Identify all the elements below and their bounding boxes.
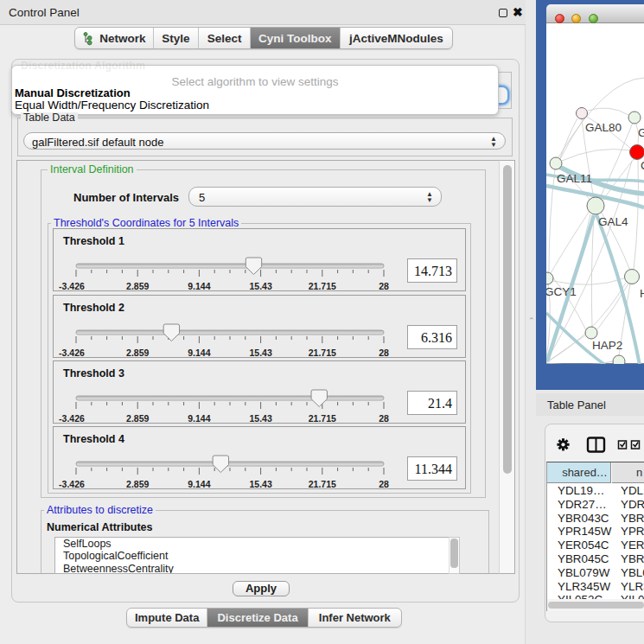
svg-text:GCY1: GCY1 (546, 285, 577, 298)
svg-text:28: 28 (379, 281, 389, 290)
svg-text:9.144: 9.144 (188, 281, 210, 290)
svg-text:-3.426: -3.426 (59, 413, 85, 423)
svg-text:-3.426: -3.426 (59, 479, 85, 488)
svg-text:-3.426: -3.426 (59, 348, 85, 357)
svg-text:GA: GA (638, 126, 644, 139)
svg-text:21.715: 21.715 (309, 479, 336, 488)
svg-text:GAL11: GAL11 (557, 172, 592, 185)
svg-text:2.859: 2.859 (126, 348, 149, 357)
svg-text:21.715: 21.715 (309, 281, 336, 290)
svg-text:21.715: 21.715 (309, 348, 336, 357)
svg-text:HAP2: HAP2 (592, 339, 622, 352)
svg-text:HA: HA (640, 287, 644, 300)
svg-text:15.43: 15.43 (249, 479, 271, 488)
svg-text:2.859: 2.859 (126, 479, 149, 488)
svg-text:-3.426: -3.426 (59, 281, 85, 290)
svg-text:9.144: 9.144 (188, 348, 210, 357)
svg-text:28: 28 (379, 413, 389, 423)
svg-text:2.859: 2.859 (126, 413, 149, 423)
svg-text:15.43: 15.43 (249, 348, 271, 357)
svg-text:15.43: 15.43 (249, 413, 271, 423)
svg-text:28: 28 (379, 479, 389, 488)
svg-text:15.43: 15.43 (249, 281, 271, 290)
svg-text:2.859: 2.859 (126, 281, 149, 290)
svg-text:GAL4: GAL4 (598, 215, 628, 228)
svg-text:9.144: 9.144 (188, 413, 210, 423)
svg-text:CR: CR (641, 159, 644, 172)
svg-text:9.144: 9.144 (188, 479, 210, 488)
svg-text:21.715: 21.715 (309, 413, 336, 423)
svg-text:28: 28 (379, 348, 389, 357)
svg-text:GAL80: GAL80 (585, 121, 622, 134)
